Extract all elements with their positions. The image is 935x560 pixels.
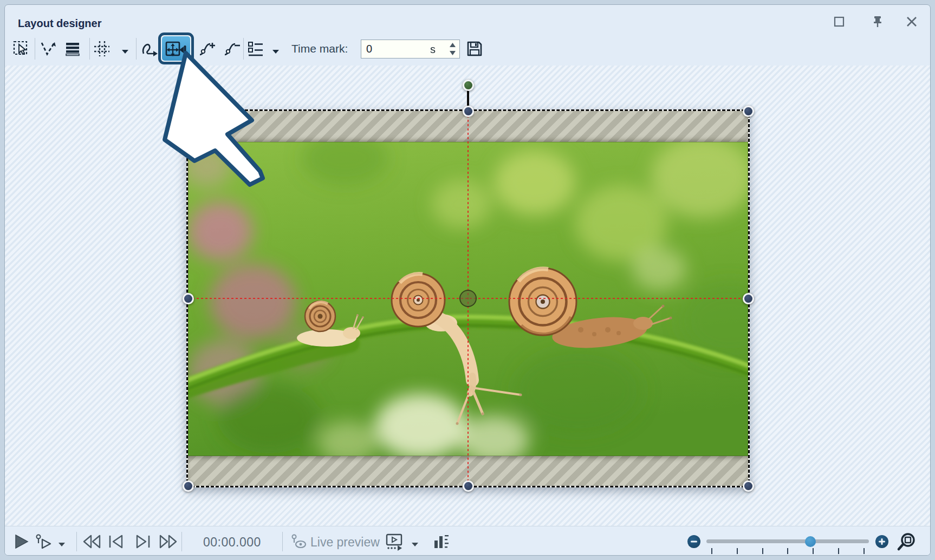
chevron-up-icon xyxy=(450,43,456,47)
plus-icon xyxy=(878,538,886,545)
resize-handle-bottom-center[interactable] xyxy=(463,480,474,492)
zoom-slider-thumb[interactable] xyxy=(805,536,816,547)
live-preview-pin-eye-icon xyxy=(291,534,307,549)
save-icon xyxy=(466,40,483,57)
magnifier-fit-icon xyxy=(897,532,917,552)
play-from-pin-icon xyxy=(35,534,54,549)
transport-separator xyxy=(76,532,77,551)
object-list-button[interactable] xyxy=(247,41,264,59)
play-button[interactable] xyxy=(15,535,29,551)
titlebar: Layout designer xyxy=(5,5,930,32)
play-from-timemark-button[interactable] xyxy=(35,534,54,551)
screen: { "window": { "title": "Layout designer"… xyxy=(0,0,935,560)
object-list-dropdown[interactable] xyxy=(272,47,280,56)
time-mark-input[interactable] xyxy=(361,40,432,58)
next-icon xyxy=(133,535,151,549)
zoom-to-fit-button[interactable] xyxy=(897,532,917,555)
maximize-button[interactable] xyxy=(832,15,846,29)
pin-icon xyxy=(871,15,885,29)
time-mark-unit: s xyxy=(430,43,436,56)
rotation-handle[interactable] xyxy=(463,80,474,91)
selection-tool-icon xyxy=(12,40,30,57)
object-list-icon xyxy=(247,41,264,57)
resize-handle-middle-left[interactable] xyxy=(183,293,194,304)
motion-path-check-icon xyxy=(40,41,58,57)
maximize-icon xyxy=(832,15,846,29)
transport-separator xyxy=(282,532,283,551)
zoom-tick xyxy=(787,548,788,554)
resize-handle-bottom-left[interactable] xyxy=(183,480,194,492)
play-icon xyxy=(15,535,29,549)
preview-window-button[interactable] xyxy=(385,533,405,553)
chevron-down-icon xyxy=(121,49,129,54)
toolbar: Time mark: s xyxy=(5,32,930,66)
remove-keyframe-button[interactable] xyxy=(223,41,242,59)
camera-pan-icon xyxy=(165,40,187,58)
zoom-tick xyxy=(737,548,738,554)
live-preview-toggle[interactable] xyxy=(291,534,307,551)
live-preview-label: Live preview xyxy=(310,535,380,550)
grid-icon xyxy=(93,40,111,57)
transport-separator xyxy=(181,532,182,551)
pin-button[interactable] xyxy=(871,15,885,29)
resize-handle-top-center[interactable] xyxy=(463,106,474,117)
toolbar-separator xyxy=(243,38,244,60)
resize-handle-middle-right[interactable] xyxy=(743,293,754,304)
save-layout-button[interactable] xyxy=(466,40,483,60)
selection-tool-button[interactable] xyxy=(12,40,30,60)
statistics-bars-icon xyxy=(434,534,449,549)
zoom-tick xyxy=(813,548,814,554)
chevron-down-icon xyxy=(58,542,66,547)
toolbar-separator xyxy=(89,38,90,60)
zoom-tick xyxy=(711,548,712,554)
zoom-tick xyxy=(863,548,865,554)
grid-dropdown[interactable] xyxy=(121,47,129,56)
camera-pan-button-active[interactable] xyxy=(158,32,194,64)
fast-rewind-icon xyxy=(82,535,102,549)
transport-bar: 00:00.000 Live preview xyxy=(5,526,930,556)
time-mark-spinner xyxy=(448,41,457,57)
show-motion-paths-button[interactable] xyxy=(40,41,58,59)
next-frame-button[interactable] xyxy=(133,535,151,551)
remove-keyframe-icon xyxy=(223,41,242,57)
window-title: Layout designer xyxy=(18,17,101,30)
zoom-out-button[interactable] xyxy=(687,535,700,548)
zoom-slider-track[interactable] xyxy=(706,539,869,543)
add-keyframe-icon xyxy=(198,41,217,57)
motion-path-icon xyxy=(141,41,158,57)
stack-order-button[interactable] xyxy=(64,41,81,58)
chevron-down-icon xyxy=(411,542,419,547)
close-button[interactable] xyxy=(905,15,919,29)
resize-handle-top-right[interactable] xyxy=(743,106,754,117)
motion-path-button[interactable] xyxy=(141,41,158,59)
zoom-in-button[interactable] xyxy=(875,535,888,548)
skip-to-end-button[interactable] xyxy=(158,535,178,551)
toolbar-separator xyxy=(35,38,35,60)
toolbar-separator xyxy=(136,38,137,60)
chevron-down-icon xyxy=(450,51,456,55)
zoom-tick xyxy=(762,548,763,554)
previous-frame-button[interactable] xyxy=(108,535,126,551)
statistics-button[interactable] xyxy=(434,534,449,551)
skip-to-start-button[interactable] xyxy=(82,535,102,551)
previous-icon xyxy=(108,535,126,549)
chevron-down-icon xyxy=(272,49,280,54)
add-keyframe-button[interactable] xyxy=(198,41,217,59)
close-icon xyxy=(905,15,919,29)
preview-options-dropdown[interactable] xyxy=(411,539,419,549)
timecode-display: 00:00.000 xyxy=(203,535,261,550)
time-mark-field: s xyxy=(361,40,460,58)
fast-forward-icon xyxy=(158,535,178,549)
camera-pan-button-face xyxy=(162,36,190,61)
zoom-tick xyxy=(838,548,839,554)
time-mark-label: Time mark: xyxy=(291,42,348,55)
resize-handle-top-left[interactable] xyxy=(183,106,194,117)
grid-button[interactable] xyxy=(93,40,111,60)
resize-handle-bottom-right[interactable] xyxy=(743,480,754,492)
play-options-dropdown[interactable] xyxy=(58,539,66,549)
minus-icon xyxy=(690,538,698,545)
spinner-up-button[interactable] xyxy=(448,41,457,49)
layout-canvas[interactable] xyxy=(5,66,930,526)
center-handle[interactable] xyxy=(459,290,477,307)
spinner-down-button[interactable] xyxy=(448,49,457,57)
